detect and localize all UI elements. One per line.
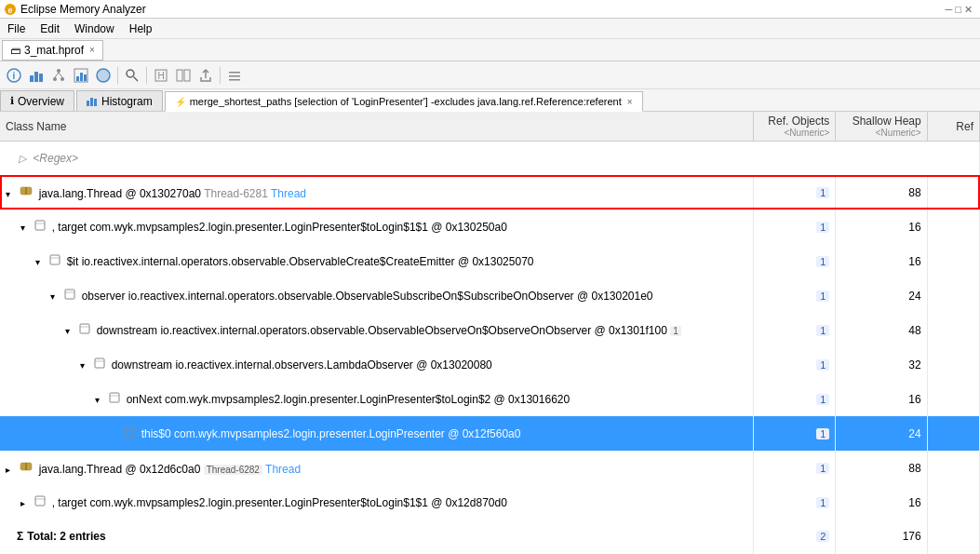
- expand-icon[interactable]: ▸: [20, 498, 32, 508]
- svg-rect-27: [229, 79, 240, 81]
- shallow-heap-cell: 16: [836, 382, 927, 416]
- tab-overview[interactable]: ℹ Overview: [0, 90, 74, 111]
- header-retained-heap[interactable]: Ref: [927, 112, 979, 142]
- ref-objects-cell: 1: [753, 347, 836, 382]
- expand-icon[interactable]: ▾: [95, 395, 106, 405]
- ref-objects-cell: 1: [753, 485, 836, 520]
- retained-heap-cell: [927, 278, 979, 313]
- shallow-heap-cell: 32: [836, 347, 927, 382]
- row-label: , target com.wyk.mvpsamples2.login.prese…: [52, 496, 507, 509]
- svg-rect-41: [95, 358, 104, 368]
- window-controls[interactable]: ─ □ ✕: [945, 4, 973, 16]
- svg-line-9: [59, 73, 62, 77]
- table-row: ΣTotal: 2 entries2176: [0, 520, 980, 554]
- toolbar-sep-1: [117, 67, 118, 84]
- row-label: downstream io.reactivex.internal.observe…: [112, 358, 492, 372]
- object-icon: [106, 393, 124, 406]
- expand-icon[interactable]: ▾: [20, 223, 32, 233]
- table-row: ▾ downstream io.reactivex.internal.opera…: [0, 313, 980, 347]
- app-icon: e: [4, 3, 17, 16]
- regex-expand-icon[interactable]: ▷: [19, 153, 26, 164]
- tab-histogram-label: Histogram: [101, 95, 153, 108]
- file-tab-hprof[interactable]: 🗃 3_mat.hprof ×: [2, 40, 103, 61]
- expand-icon[interactable]: ▾: [6, 189, 17, 199]
- table-row: ▾ , target com.wyk.mvpsamples2.login.pre…: [0, 209, 980, 244]
- row-label: observer io.reactivex.internal.operators…: [82, 290, 653, 303]
- retained-heap-cell: [927, 451, 979, 485]
- tab-histogram[interactable]: Histogram: [76, 90, 163, 111]
- row-label-extra: 1: [670, 326, 681, 336]
- toolbar-dominator-btn[interactable]: [48, 65, 69, 86]
- toolbar-export-btn[interactable]: [195, 65, 216, 86]
- expand-icon[interactable]: ▾: [50, 291, 61, 302]
- ref-objects-cell: 2: [753, 520, 836, 554]
- header-ref-objects[interactable]: Ref. Objects <Numeric>: [753, 112, 836, 142]
- toolbar-find-btn[interactable]: [122, 65, 142, 86]
- expand-icon[interactable]: ▸: [6, 465, 17, 475]
- row-label: , target com.wyk.mvpsamples2.login.prese…: [52, 221, 507, 234]
- title-bar: e Eclipse Memory Analyzer ─ □ ✕: [0, 0, 980, 19]
- shallow-heap-cell: 16: [836, 244, 927, 278]
- file-tab-label: 3_mat.hprof: [24, 44, 84, 57]
- ref-objects-value: 2: [816, 531, 829, 542]
- row-label-extra: Thread-6281: [204, 187, 268, 200]
- table-row: ▾ observer io.reactivex.internal.operato…: [0, 278, 980, 313]
- ref-objects-cell: 1: [753, 278, 836, 313]
- toolbar-compare-btn[interactable]: [173, 65, 194, 86]
- shallow-heap-cell: 48: [836, 313, 927, 347]
- expand-icon[interactable]: ▾: [35, 257, 47, 267]
- expand-icon[interactable]: ▾: [65, 326, 76, 336]
- shallow-heap-value: 32: [908, 358, 920, 372]
- svg-rect-45: [125, 427, 134, 437]
- retained-heap-cell: [927, 382, 979, 416]
- header-shallow-heap[interactable]: Shallow Heap <Numeric>: [836, 112, 927, 142]
- svg-rect-30: [94, 99, 97, 106]
- overview-tab-icon: ℹ: [10, 95, 14, 107]
- total-label: Total: 2 entries: [27, 530, 105, 543]
- ref-objects-value: 1: [816, 359, 829, 371]
- tab-merge-paths-close[interactable]: ×: [627, 97, 633, 107]
- retained-heap-cell: [927, 175, 979, 209]
- row-label: onNext com.wyk.mvpsamples2.login.present…: [127, 393, 570, 406]
- header-class-name[interactable]: Class Name: [0, 112, 753, 142]
- view-tabs: ℹ Overview Histogram ⚡ merge_shortest_pa…: [0, 89, 980, 112]
- tab-merge-shortest-paths[interactable]: ⚡ merge_shortest_paths [selection of 'Lo…: [165, 91, 643, 112]
- object-icon: [91, 358, 109, 372]
- toolbar-top-consumers-btn[interactable]: [71, 65, 91, 86]
- regex-label: <Regex>: [33, 152, 78, 165]
- svg-rect-35: [50, 255, 60, 264]
- file-tab-close[interactable]: ×: [89, 45, 95, 55]
- expand-icon[interactable]: ▾: [80, 360, 91, 371]
- toolbar-sub-btn[interactable]: [93, 65, 114, 86]
- regex-row: ▷ <Regex>: [0, 142, 980, 176]
- menu-help[interactable]: Help: [126, 20, 156, 37]
- row-label: this$0 com.wyk.mvpsamples2.login.present…: [141, 427, 521, 440]
- toolbar-info-btn[interactable]: i: [4, 65, 24, 86]
- shallow-heap-cell: 88: [836, 451, 927, 485]
- hprof-icon: 🗃: [10, 45, 20, 56]
- table-row: this$0 com.wyk.mvpsamples2.login.present…: [0, 416, 980, 451]
- table-body: ▷ <Regex> ▾ java.lang.Thread @ 0x130270a…: [0, 142, 980, 555]
- retained-heap-cell: [927, 347, 979, 382]
- menu-file[interactable]: File: [4, 20, 29, 37]
- shallow-heap-value: 16: [908, 393, 920, 406]
- retained-heap-cell: [927, 244, 979, 278]
- ref-objects-cell: 1: [753, 451, 836, 485]
- shallow-heap-cell: 16: [836, 209, 927, 244]
- menu-window[interactable]: Window: [71, 20, 118, 37]
- shallow-heap-value: 48: [908, 324, 920, 337]
- toolbar-heap-btn[interactable]: H: [151, 65, 171, 86]
- row-label-type: Thread: [271, 187, 306, 200]
- row-label: java.lang.Thread @ 0x12d6c0a0: [39, 463, 201, 476]
- shallow-heap-value: 24: [908, 290, 920, 303]
- menu-edit[interactable]: Edit: [36, 20, 63, 37]
- row-label: downstream io.reactivex.internal.operato…: [97, 324, 667, 337]
- toolbar-histogram-btn[interactable]: [26, 65, 47, 86]
- svg-rect-28: [87, 101, 89, 106]
- object-icon: [32, 496, 49, 509]
- thread-icon: [17, 187, 36, 200]
- object-icon: [121, 427, 139, 440]
- shallow-heap-value: 176: [903, 530, 921, 543]
- table-row: ▾ downstream io.reactivex.internal.obser…: [0, 347, 980, 382]
- toolbar-settings-btn[interactable]: [224, 65, 245, 86]
